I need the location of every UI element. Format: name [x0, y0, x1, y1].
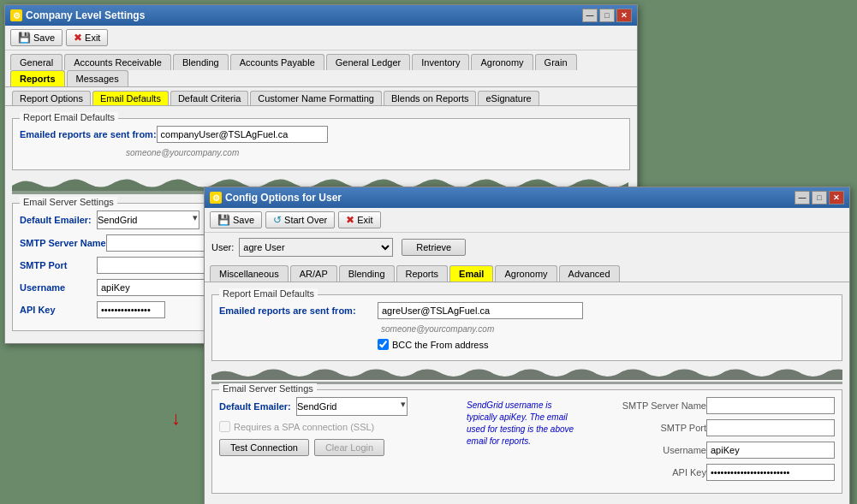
ssl-checkbox: [219, 421, 230, 432]
exit-button-config[interactable]: ✖ Exit: [338, 211, 380, 228]
sub-tab-customer-name[interactable]: Customer Name Formatting: [250, 91, 382, 105]
username-input-config[interactable]: [706, 442, 835, 459]
emailed-from-label: Emailed reports are sent from:: [20, 129, 157, 139]
close-btn-config[interactable]: ✕: [829, 191, 844, 205]
group-report-email-defaults: Report Email Defaults Emailed reports ar…: [12, 118, 630, 170]
tab-messages[interactable]: Messages: [67, 70, 128, 86]
window-config-user: ⚙ Config Options for User — □ ✕ 💾 Save ↺…: [204, 187, 850, 504]
emailed-from-row: Emailed reports are sent from:: [20, 126, 622, 143]
start-over-button[interactable]: ↺ Start Over: [265, 211, 335, 228]
smtp-server-label: SMTP Server Name: [20, 238, 106, 248]
red-arrow-1: ↓: [171, 407, 181, 430]
sub-tab-report-options[interactable]: Report Options: [12, 91, 91, 105]
tab-inventory[interactable]: Inventory: [412, 54, 469, 70]
save-button[interactable]: 💾 Save: [10, 29, 62, 46]
bcc-label: BCC the From address: [392, 340, 488, 350]
tab-agronomy[interactable]: Agronomy: [471, 54, 533, 70]
emailed-from-input-config[interactable]: [378, 302, 583, 319]
emailed-from-row-config: Emailed reports are sent from:: [219, 302, 835, 319]
ssl-label: Requires a SPA connection (SSL): [234, 422, 374, 432]
api-key-input-config[interactable]: [706, 464, 835, 481]
smtp-port-label: SMTP Port: [20, 260, 97, 270]
tab-agronomy-config[interactable]: Agronomy: [495, 265, 556, 282]
smtp-server-label-config: SMTP Server Name: [595, 400, 706, 411]
sub-tab-email-defaults[interactable]: Email Defaults: [92, 91, 169, 105]
default-emailer-label: Default Emailer:: [20, 215, 97, 225]
tab-grain[interactable]: Grain: [535, 54, 577, 70]
content-config: Report Email Defaults Emailed reports ar…: [205, 282, 849, 504]
server-right-col: SMTP Server Name SMTP Port Username API …: [588, 397, 835, 486]
smtp-port-input-config[interactable]: [706, 419, 835, 436]
smtp-port-input[interactable]: [97, 257, 217, 274]
smtp-server-row-config: SMTP Server Name: [595, 397, 835, 414]
tab-accounts-receivable[interactable]: Accounts Receivable: [64, 54, 171, 70]
maximize-btn-config[interactable]: □: [812, 191, 827, 205]
tab-blending-config[interactable]: Blending: [339, 265, 395, 282]
exit-icon-config: ✖: [346, 214, 354, 226]
default-emailer-wrapper[interactable]: SendGrid SMTP: [97, 210, 199, 229]
group-server-config: Email Server Settings ↓ Default Emailer:…: [211, 389, 842, 494]
title-bar-controls: — □ ✕: [582, 9, 632, 22]
default-emailer-select[interactable]: SendGrid SMTP: [97, 210, 199, 229]
close-btn[interactable]: ✕: [616, 9, 632, 22]
tab-accounts-payable[interactable]: Accounts Payable: [230, 54, 324, 70]
window-icon: ⚙: [10, 9, 22, 21]
title-bar-left-config: ⚙ Config Options for User: [210, 192, 342, 204]
username-input[interactable]: [97, 279, 217, 296]
toolbar-company: 💾 Save ✖ Exit: [5, 26, 637, 50]
user-label: User:: [211, 242, 234, 252]
save-button-config[interactable]: 💾 Save: [210, 211, 262, 228]
minimize-btn-config[interactable]: —: [795, 191, 810, 205]
clear-login-button[interactable]: Clear Login: [314, 439, 384, 456]
emailer-select-wrapper[interactable]: SendGrid SMTP: [296, 397, 408, 416]
sub-tabs-company: Report Options Email Defaults Default Cr…: [5, 87, 637, 106]
start-over-icon: ↺: [273, 214, 282, 226]
sub-tab-esignature[interactable]: eSignature: [478, 91, 539, 105]
emailed-from-label-config: Emailed reports are sent from:: [219, 305, 378, 316]
group-title-server-config: Email Server Settings: [219, 383, 317, 394]
api-key-label: API Key: [20, 305, 97, 315]
placeholder-config: someone@yourcompany.com: [381, 324, 494, 334]
default-emailer-select-config[interactable]: SendGrid SMTP: [296, 397, 408, 416]
default-emailer-label-config: Default Emailer:: [219, 401, 296, 412]
minimize-btn[interactable]: —: [582, 9, 598, 22]
user-select[interactable]: agre User: [239, 238, 393, 257]
tab-blending[interactable]: Blending: [173, 54, 229, 70]
save-icon: 💾: [18, 32, 31, 44]
username-label: Username: [20, 282, 97, 293]
connection-buttons: Test Connection Clear Login: [219, 439, 455, 456]
torn-svg-config: [211, 366, 842, 380]
server-settings-layout: Default Emailer: SendGrid SMTP Requires …: [219, 397, 835, 486]
info-text-area: SendGrid username is typically apiKey. T…: [461, 397, 581, 448]
window-icon-config: ⚙: [210, 192, 222, 204]
tab-miscellaneous[interactable]: Miscellaneous: [210, 265, 289, 282]
group-title-server: Email Server Settings: [20, 197, 117, 207]
tab-general[interactable]: General: [10, 54, 62, 70]
tab-email-config[interactable]: Email: [449, 265, 493, 282]
api-key-row-config: API Key: [595, 464, 835, 481]
sub-tab-default-criteria[interactable]: Default Criteria: [170, 91, 248, 105]
api-key-input[interactable]: [97, 301, 165, 318]
group-title-email-defaults: Report Email Defaults: [20, 112, 118, 122]
main-tabs-company: General Accounts Receivable Blending Acc…: [5, 50, 637, 87]
emailed-from-input[interactable]: [157, 126, 328, 143]
exit-button[interactable]: ✖ Exit: [66, 29, 108, 46]
toolbar-config: 💾 Save ↺ Start Over ✖ Exit: [205, 208, 849, 233]
tab-reports-config[interactable]: Reports: [396, 265, 449, 282]
main-tabs-config: Miscellaneous AR/AP Blending Reports Ema…: [205, 262, 849, 282]
group-title-email-config: Report Email Defaults: [219, 288, 318, 299]
tab-general-ledger[interactable]: General Ledger: [326, 54, 410, 70]
save-icon-config: 💾: [217, 214, 230, 226]
tab-advanced-config[interactable]: Advanced: [559, 265, 620, 282]
smtp-port-label-config: SMTP Port: [595, 423, 706, 433]
tab-arap[interactable]: AR/AP: [290, 265, 337, 282]
sub-tab-blends-on-reports[interactable]: Blends on Reports: [384, 91, 477, 105]
smtp-server-input-config[interactable]: [706, 397, 835, 414]
bcc-checkbox[interactable]: [378, 339, 389, 350]
maximize-btn[interactable]: □: [599, 9, 615, 22]
smtp-port-row-config: SMTP Port: [595, 419, 835, 436]
retrieve-button[interactable]: Retrieve: [402, 239, 466, 256]
test-connection-button[interactable]: Test Connection: [219, 439, 309, 456]
title-bar-company: ⚙ Company Level Settings — □ ✕: [5, 5, 637, 26]
tab-reports[interactable]: Reports: [10, 70, 65, 86]
